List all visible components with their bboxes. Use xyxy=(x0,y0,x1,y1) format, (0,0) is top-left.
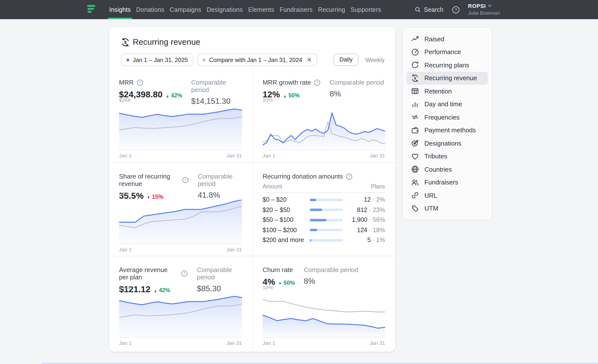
x-axis-end-label: Jan 31 xyxy=(226,152,242,158)
sidebar-item-frequencies[interactable]: Frequencies xyxy=(407,111,488,124)
sidebar-item-performance[interactable]: Performance xyxy=(407,46,488,59)
x-axis-start-label: Jan 1 xyxy=(119,340,132,346)
remove-compare-icon[interactable]: ✕ xyxy=(307,57,312,63)
metric-label: MRR growth rate xyxy=(263,79,311,86)
nav-item-campaigns[interactable]: Campaigns xyxy=(170,0,201,19)
sidebar-item-label: Retention xyxy=(424,88,452,95)
search-button[interactable]: Search xyxy=(415,6,443,13)
brand-logo-icon[interactable] xyxy=(87,5,96,14)
y-axis-top-label: 10% xyxy=(263,284,273,290)
compare-label: Comparable period xyxy=(191,79,242,93)
search-icon xyxy=(415,6,421,13)
sidebar-item-label: Frequencies xyxy=(424,114,460,121)
granularity-daily-button[interactable]: Daily xyxy=(333,54,358,66)
panel-average-revenue-per-plan: Average revenue per plan ? $121.12 ▲ 42%… xyxy=(109,256,252,352)
panel-share-of-recurring-revenue: Share of recurring revenue ? 35.5% ▼ 15%… xyxy=(109,162,252,256)
compare-period-dot xyxy=(203,58,206,61)
people-icon xyxy=(411,179,419,186)
column-header-plans: Plans xyxy=(371,183,385,189)
metric-delta: ▲ 50% xyxy=(283,92,300,98)
compare-period-label: Compare with Jan 1 – Jan 31, 2024 xyxy=(209,56,302,63)
nav-item-recurring[interactable]: Recurring xyxy=(318,0,345,19)
metric-label: Average revenue per plan xyxy=(119,266,178,281)
x-axis-end-label: Jan 31 xyxy=(226,340,242,346)
x-axis-start-label: Jan 1 xyxy=(263,340,275,346)
avg-revenue-chart xyxy=(119,293,242,337)
help-icon[interactable]: ? xyxy=(136,79,143,86)
amount-range-label: $0 – $20 xyxy=(263,197,309,203)
help-icon[interactable]: ? xyxy=(346,173,353,180)
globe-icon xyxy=(411,166,419,173)
plans-count-value: 124 · 18% xyxy=(349,227,385,234)
metric-delta: ▲ 42% xyxy=(153,287,170,293)
bottom-edge-element xyxy=(42,363,598,364)
help-icon[interactable]: ? xyxy=(182,177,189,183)
user-name: Julia Bowman xyxy=(468,10,500,16)
heart-icon xyxy=(411,152,419,160)
plans-count-value: 1,900 · 56% xyxy=(349,217,385,224)
x-axis-start-label: Jan 1 xyxy=(119,246,132,252)
sidebar-item-recurring-revenue[interactable]: $Recurring revenue xyxy=(407,72,488,85)
sidebar-item-countries[interactable]: Countries xyxy=(407,163,488,176)
org-name: ROPSI xyxy=(468,3,486,10)
refresh-icon xyxy=(411,61,419,69)
help-icon[interactable]: ? xyxy=(314,79,321,86)
x-axis-end-label: Jan 31 xyxy=(226,246,242,252)
nav-item-supporters[interactable]: Supporters xyxy=(351,0,381,19)
compare-period-chip[interactable]: Compare with Jan 1 – Jan 31, 2024 ✕ xyxy=(197,54,317,66)
nav-item-elements[interactable]: Elements xyxy=(248,0,274,19)
sidebar-item-raised[interactable]: Raised xyxy=(407,32,488,46)
x-axis-start-label: Jan 1 xyxy=(119,152,132,158)
table-icon xyxy=(411,87,419,95)
sidebar-item-fundraisers[interactable]: Fundraisers xyxy=(407,176,488,189)
svg-text:?: ? xyxy=(454,7,457,12)
nav-item-designations[interactable]: Designations xyxy=(207,0,243,19)
user-menu[interactable]: ROPSI Julia Bowman xyxy=(468,3,500,16)
sidebar-item-label: UTM xyxy=(424,205,438,212)
help-button[interactable]: ? xyxy=(452,6,460,14)
app-viewport: InsightsDonationsCampaignsDesignationsEl… xyxy=(0,0,598,364)
metric-label: Recurring donation amounts xyxy=(263,173,343,180)
plans-bar-track xyxy=(310,219,343,221)
x-axis-end-label: Jan 31 xyxy=(370,340,385,346)
granularity-weekly-button[interactable]: Weekly xyxy=(365,56,385,63)
panel-churn-rate: Churn rate 4% ▼ 50% Comparable period 8%… xyxy=(252,256,395,352)
help-icon[interactable]: ? xyxy=(181,270,188,277)
panel-mrr: MRR ? $24,398.80 ▲ 42% Comparable period… xyxy=(109,69,252,162)
sidebar-item-recurring-plans[interactable]: Recurring plans xyxy=(407,59,488,72)
compare-value: 8% xyxy=(330,90,384,98)
nav-item-fundraisers[interactable]: Fundraisers xyxy=(280,0,313,19)
donation-amount-row: $100 – $200124 · 18% xyxy=(263,225,385,235)
nav-item-donations[interactable]: Donations xyxy=(136,0,164,19)
sidebar-item-utm[interactable]: UTM xyxy=(407,202,488,215)
recurring-revenue-card: $ Recurring revenue Jan 1 – Jan 31, 2025… xyxy=(109,27,395,352)
plans-bar-fill xyxy=(310,239,312,242)
compare-label: Comparable period xyxy=(304,266,358,273)
nav-item-insights[interactable]: Insights xyxy=(109,0,131,19)
link-icon xyxy=(411,192,419,199)
y-axis-top-label: 36% xyxy=(119,191,129,197)
compare-label: Comparable period xyxy=(197,266,242,281)
chevron-down-icon xyxy=(488,5,492,8)
insights-sidebar: RaisedPerformanceRecurring plans$Recurri… xyxy=(402,27,492,220)
svg-text:$: $ xyxy=(124,40,127,45)
plans-bar-track xyxy=(310,239,343,242)
sidebar-item-url[interactable]: URL xyxy=(407,189,488,202)
sidebar-item-label: Fundraisers xyxy=(424,179,458,186)
sidebar-item-retention[interactable]: Retention xyxy=(407,85,488,98)
date-range-chip[interactable]: Jan 1 – Jan 31, 2025 xyxy=(121,54,193,66)
donation-amounts-table: $0 – $2012 · 2%$20 – $50812 · 23%$50 – $… xyxy=(263,195,385,245)
sidebar-item-label: Payment methods xyxy=(424,127,476,134)
sidebar-item-payment-methods[interactable]: Payment methods xyxy=(407,124,488,137)
x-axis-start-label: Jan 1 xyxy=(263,152,275,158)
sidebar-item-label: URL xyxy=(424,192,437,199)
compare-label: Comparable period xyxy=(330,79,384,86)
plans-bar-track xyxy=(310,199,343,201)
y-axis-top-label: $130 xyxy=(119,284,131,290)
donation-amount-row: $0 – $2012 · 2% xyxy=(263,195,385,205)
sidebar-item-designations[interactable]: Designations xyxy=(407,137,488,150)
bar-chart-icon xyxy=(411,100,419,108)
sidebar-item-day-and-time[interactable]: Day and time xyxy=(407,98,488,111)
sidebar-item-tributes[interactable]: Tributes xyxy=(407,150,488,163)
column-header-amount: Amount xyxy=(263,183,282,189)
